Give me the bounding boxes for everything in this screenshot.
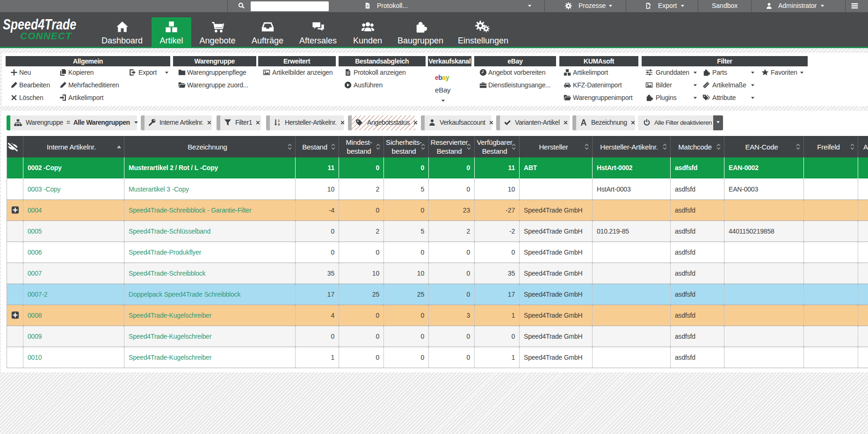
svg-text:9: 9 bbox=[278, 122, 280, 126]
